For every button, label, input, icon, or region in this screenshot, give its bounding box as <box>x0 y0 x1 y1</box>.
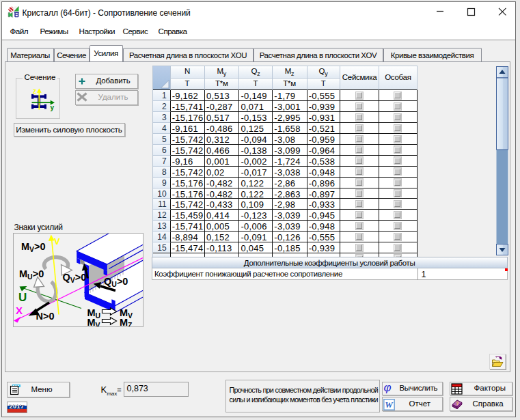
svg-text:MV>0: MV>0 <box>21 241 46 253</box>
svg-text:V: V <box>54 236 60 247</box>
svg-text:N>0: N>0 <box>36 310 54 321</box>
svg-text:z: z <box>33 87 36 95</box>
svg-text:U: U <box>18 291 27 304</box>
svg-text:W: W <box>385 400 394 410</box>
svg-text:X: X <box>16 304 23 316</box>
svg-text:MU>0: MU>0 <box>19 268 44 280</box>
svg-text:?: ? <box>456 400 459 406</box>
svg-text:QV>0: QV>0 <box>62 271 86 283</box>
svg-text:y: y <box>50 104 54 111</box>
